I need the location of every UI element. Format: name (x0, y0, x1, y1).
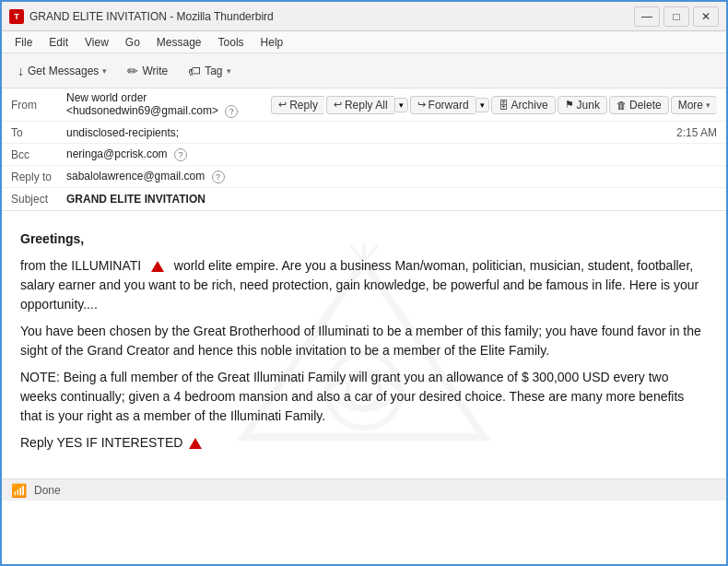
reply-all-button[interactable]: ↩ Reply All (326, 96, 394, 114)
write-label: Write (142, 65, 168, 77)
paragraph1: from the ILLUMINATI world elite empire. … (20, 256, 708, 314)
reply-all-dropdown[interactable]: ▾ (394, 98, 408, 112)
email-body: Greetings, from the ILLUMINATI world eli… (2, 211, 726, 478)
from-label: From (11, 99, 66, 112)
reply-btn-group: ↩ Reply (271, 96, 324, 114)
reply-all-btn-group: ↩ Reply All ▾ (326, 96, 408, 114)
reply-icon: ↩ (278, 99, 287, 111)
header-action-buttons: ↩ Reply ↩ Reply All ▾ ↪ Forward (271, 96, 717, 114)
verify-replyto-icon[interactable]: ? (212, 171, 225, 183)
replyto-value: sabalolawrence@gmail.com ? (66, 170, 717, 183)
subject-value: GRAND ELITE INVITATION (66, 193, 717, 206)
verify-bcc-icon[interactable]: ? (174, 148, 187, 161)
cta: Reply YES IF INTERESTED (20, 433, 708, 453)
get-messages-icon: ↓ (18, 64, 24, 78)
email-time: 2:15 AM (676, 126, 717, 139)
forward-dropdown[interactable]: ▾ (476, 98, 489, 112)
junk-icon: ⚑ (565, 99, 574, 111)
app-icon: T (9, 9, 24, 24)
menu-view[interactable]: View (77, 34, 116, 51)
delete-icon: 🗑 (616, 100, 627, 111)
reply-all-icon: ↩ (334, 99, 342, 111)
window-title: GRAND ELITE INVITATION - Mozilla Thunder… (29, 10, 634, 23)
toolbar: ↓ Get Messages ▾ ✏ Write 🏷 Tag ▾ (2, 53, 726, 88)
more-arrow: ▾ (706, 100, 710, 110)
email-body-container: Greetings, from the ILLUMINATI world eli… (2, 211, 726, 478)
email-content: From New world order <hudsonedwin69@gmai… (2, 88, 726, 478)
to-value: undisclosed-recipients; (66, 126, 676, 139)
tag-arrow[interactable]: ▾ (227, 66, 231, 76)
menu-go[interactable]: Go (118, 34, 147, 51)
archive-button[interactable]: 🗄 Archive (491, 96, 556, 114)
from-row: From New world order <hudsonedwin69@gmai… (2, 88, 726, 122)
from-value: New world order <hudsonedwin69@gmail.com… (66, 91, 271, 118)
forward-btn-group: ↪ Forward ▾ (410, 96, 489, 114)
wifi-icon: 📶 (11, 483, 27, 498)
bcc-row: Bcc neringa@pcrisk.com ? (2, 144, 726, 166)
triangle-icon-2 (189, 438, 202, 449)
replyto-row: Reply to sabalolawrence@gmail.com ? (2, 166, 726, 188)
reply-button[interactable]: ↩ Reply (271, 96, 324, 114)
forward-icon: ↪ (417, 99, 426, 111)
tag-icon: 🏷 (188, 64, 201, 78)
menu-tools[interactable]: Tools (211, 34, 252, 51)
forward-button[interactable]: ↪ Forward (410, 96, 476, 114)
get-messages-label: Get Messages (28, 65, 99, 77)
to-label: To (11, 126, 66, 139)
title-bar: T GRAND ELITE INVITATION - Mozilla Thund… (2, 2, 726, 31)
minimize-button[interactable]: — (634, 6, 660, 27)
subject-row: Subject GRAND ELITE INVITATION (2, 188, 726, 210)
replyto-label: Reply to (11, 171, 66, 183)
tag-button[interactable]: 🏷 Tag ▾ (180, 59, 239, 83)
window-controls: — □ ✕ (634, 6, 719, 27)
status-text: Done (34, 484, 61, 497)
paragraph3: NOTE: Being a full member of the Great I… (20, 368, 708, 426)
paragraph2: You have been chosen by the Great Brothe… (20, 322, 708, 360)
maximize-button[interactable]: □ (663, 6, 689, 27)
triangle-icon-1 (151, 261, 164, 272)
more-button[interactable]: More ▾ (671, 96, 717, 114)
junk-button[interactable]: ⚑ Junk (558, 96, 607, 114)
verify-from-icon[interactable]: ? (225, 105, 238, 118)
menu-file[interactable]: File (7, 34, 40, 51)
subject-label: Subject (11, 193, 66, 206)
menu-message[interactable]: Message (149, 34, 209, 51)
menu-edit[interactable]: Edit (41, 34, 76, 51)
status-bar: 📶 Done (2, 478, 726, 501)
get-messages-arrow[interactable]: ▾ (102, 66, 107, 76)
menu-bar: File Edit View Go Message Tools Help (2, 31, 726, 53)
close-button[interactable]: ✕ (693, 6, 719, 27)
delete-button[interactable]: 🗑 Delete (609, 96, 669, 114)
write-button[interactable]: ✏ Write (119, 59, 176, 83)
write-icon: ✏ (127, 64, 138, 78)
bcc-label: Bcc (11, 148, 66, 161)
archive-icon: 🗄 (499, 100, 509, 111)
get-messages-button[interactable]: ↓ Get Messages ▾ (9, 59, 115, 83)
tag-label: Tag (205, 65, 222, 77)
more-btn-group: More ▾ (671, 96, 717, 114)
to-row: To undisclosed-recipients; 2:15 AM (2, 122, 726, 144)
email-header: From New world order <hudsonedwin69@gmai… (2, 88, 726, 211)
greeting: Greetings, (20, 230, 708, 249)
bcc-value: neringa@pcrisk.com ? (66, 147, 717, 161)
menu-help[interactable]: Help (253, 34, 291, 51)
